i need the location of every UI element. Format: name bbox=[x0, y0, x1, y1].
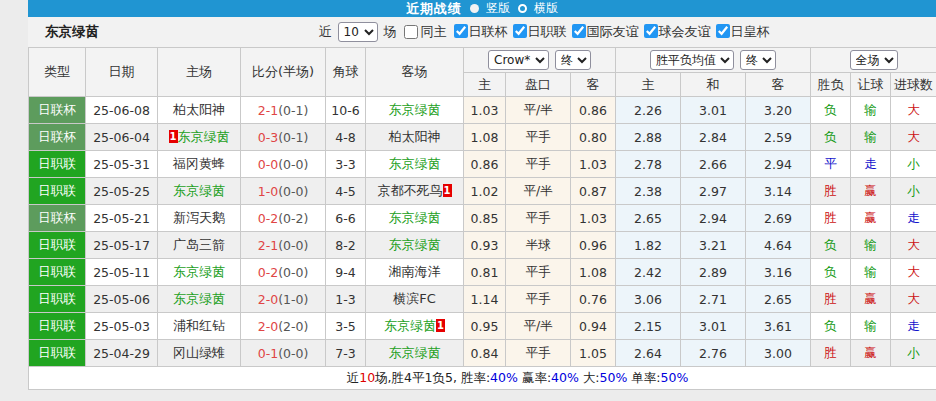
full-time-score: 0-2 bbox=[258, 211, 278, 226]
match-score: 2-0(2-0) bbox=[241, 313, 326, 340]
layout-radio-vertical-label[interactable]: 竖版 bbox=[486, 0, 510, 17]
match-date: 25-05-25 bbox=[86, 178, 158, 205]
match-date: 25-05-11 bbox=[86, 259, 158, 286]
header-score: 比分(半场) bbox=[241, 48, 326, 97]
header-odds-away: 客 bbox=[571, 73, 616, 97]
header-odds-handicap: 盘口 bbox=[506, 73, 571, 97]
away-team-cell: 横滨FC bbox=[366, 286, 464, 313]
full-time-score: 0-2 bbox=[258, 265, 278, 280]
odds-home: 1.02 bbox=[464, 178, 506, 205]
odds-handicap: 平/半 bbox=[506, 178, 571, 205]
full-time-score: 2-1 bbox=[258, 238, 278, 253]
corner-score: 4-5 bbox=[326, 178, 366, 205]
odds-handicap: 平/半 bbox=[506, 313, 571, 340]
home-team-cell: 柏太阳神 bbox=[158, 97, 241, 124]
away-team-cell: 东京绿茵 bbox=[366, 205, 464, 232]
same-home-label[interactable]: 同主 bbox=[421, 23, 447, 41]
result-wdl: 负 bbox=[811, 97, 851, 124]
bookmaker-select[interactable]: Crow* bbox=[488, 50, 549, 70]
table-row: 日联杯25-05-21新泻天鹅0-2(0-2)6-6东京绿茵0.85平手1.03… bbox=[29, 205, 936, 232]
header-avg-away: 客 bbox=[746, 73, 811, 97]
half-time-score: (0-0) bbox=[278, 346, 308, 361]
corner-score: 9-4 bbox=[326, 259, 366, 286]
layout-radio-vertical[interactable] bbox=[470, 4, 479, 13]
odds-home: 1.14 bbox=[464, 286, 506, 313]
bookmaker-time-select[interactable]: 终 bbox=[555, 50, 591, 70]
competition-checkbox-0[interactable] bbox=[454, 24, 468, 38]
avg-draw: 2.84 bbox=[681, 124, 746, 151]
team-name: 东京绿茵 bbox=[173, 291, 225, 306]
layout-radio-horizontal-label[interactable]: 横版 bbox=[534, 0, 558, 17]
competition-checkbox-4[interactable] bbox=[716, 24, 730, 38]
header-home: 主场 bbox=[158, 48, 241, 97]
odds-away: 1.08 bbox=[571, 259, 616, 286]
avg-away: 2.59 bbox=[746, 124, 811, 151]
league-type-cell: 日职联 bbox=[29, 151, 86, 178]
match-score: 2-1(0-0) bbox=[241, 232, 326, 259]
league-type-cell: 日职联 bbox=[29, 340, 86, 367]
match-score: 2-0(1-0) bbox=[241, 286, 326, 313]
scope-select[interactable]: 全场 bbox=[850, 50, 898, 70]
match-date: 25-06-04 bbox=[86, 124, 158, 151]
away-team-cell: 东京绿茵1 bbox=[366, 313, 464, 340]
summary-part: 10 bbox=[359, 370, 375, 385]
red-card-badge: 1 bbox=[169, 130, 178, 143]
avg-away: 3.14 bbox=[746, 178, 811, 205]
recent-count-select[interactable]: 10 bbox=[338, 22, 378, 42]
competition-label-2[interactable]: 国际友谊 bbox=[587, 24, 639, 39]
header-avg-draw: 和 bbox=[681, 73, 746, 97]
corner-score: 10-6 bbox=[326, 97, 366, 124]
header-avg-home: 主 bbox=[616, 73, 681, 97]
odds-home: 0.81 bbox=[464, 259, 506, 286]
layout-radio-horizontal[interactable] bbox=[518, 4, 527, 13]
odds-away: 1.03 bbox=[571, 205, 616, 232]
result-wdl: 负 bbox=[811, 232, 851, 259]
league-type-cell: 日联杯 bbox=[29, 124, 86, 151]
table-row: 日职联25-04-29冈山绿雉0-1(0-0)7-3东京绿茵0.84平手1.05… bbox=[29, 340, 936, 367]
match-date: 25-04-29 bbox=[86, 340, 158, 367]
summary-part: 50% bbox=[600, 370, 628, 385]
same-home-checkbox[interactable] bbox=[404, 25, 418, 39]
filter-bar: 东京绿茵 近 10 场 同主 日联杯日职联国际友谊球会友谊日皇杯 bbox=[28, 17, 936, 47]
team-name: 湘南海洋 bbox=[389, 264, 441, 279]
avg-away: 3.00 bbox=[746, 340, 811, 367]
avg-time-select[interactable]: 终 bbox=[740, 50, 776, 70]
team-name: 柏太阳神 bbox=[389, 129, 441, 144]
red-card-badge: 1 bbox=[443, 184, 452, 197]
half-time-score: (0-1) bbox=[278, 103, 308, 118]
summary-part: 场,胜4平1负5, 胜率: bbox=[375, 370, 490, 385]
competition-checkbox-1[interactable] bbox=[513, 24, 527, 38]
match-date: 25-05-17 bbox=[86, 232, 158, 259]
full-time-score: 1-0 bbox=[258, 184, 278, 199]
competition-label-4[interactable]: 日皇杯 bbox=[731, 24, 770, 39]
avg-draw: 3.01 bbox=[681, 97, 746, 124]
avg-home: 2.42 bbox=[616, 259, 681, 286]
competition-checkbox-2[interactable] bbox=[572, 24, 586, 38]
half-time-score: (0-0) bbox=[278, 238, 308, 253]
competition-checkbox-3[interactable] bbox=[644, 24, 658, 38]
avg-draw: 2.94 bbox=[681, 205, 746, 232]
odds-away: 1.05 bbox=[571, 340, 616, 367]
competition-label-3[interactable]: 球会友谊 bbox=[659, 24, 711, 39]
corner-score: 4-8 bbox=[326, 124, 366, 151]
header-type: 类型 bbox=[29, 48, 86, 97]
avg-odds-select[interactable]: 胜平负均值 bbox=[650, 50, 734, 70]
summary-text: 近10场,胜4平1负5, 胜率:40% 赢率:40% 大:50% 单率:50% bbox=[29, 367, 936, 390]
avg-draw: 2.97 bbox=[681, 178, 746, 205]
result-wdl: 胜 bbox=[811, 178, 851, 205]
competition-label-1[interactable]: 日职联 bbox=[528, 24, 567, 39]
half-time-score: (0-1) bbox=[278, 130, 308, 145]
half-time-score: (0-2) bbox=[278, 211, 308, 226]
match-date: 25-05-31 bbox=[86, 151, 158, 178]
recent-results-table: 类型 日期 主场 比分(半场) 角球 客场 Crow*终 胜平负均值终 全场 bbox=[28, 47, 936, 390]
scope-select-cell: 全场 bbox=[811, 48, 936, 73]
league-type-cell: 日职联 bbox=[29, 232, 86, 259]
team-name: 柏太阳神 bbox=[173, 102, 225, 117]
result-wdl: 胜 bbox=[811, 205, 851, 232]
header-result-handicap: 让球 bbox=[851, 73, 891, 97]
table-row: 日职联25-05-03浦和红钻2-0(2-0)3-5东京绿茵10.95平/半0.… bbox=[29, 313, 936, 340]
avg-home: 3.06 bbox=[616, 286, 681, 313]
full-time-score: 0-1 bbox=[258, 346, 278, 361]
competition-label-0[interactable]: 日联杯 bbox=[469, 24, 508, 39]
league-type-cell: 日联杯 bbox=[29, 205, 86, 232]
